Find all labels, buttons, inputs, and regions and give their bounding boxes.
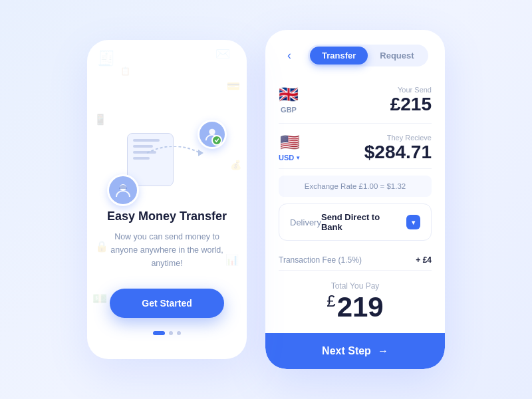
send-currency-section: 🇬🇧 GBP Your Send £215 xyxy=(279,76,432,124)
next-step-button[interactable]: Next Step → xyxy=(265,333,445,369)
next-step-arrow: → xyxy=(378,345,388,357)
gbp-flag: 🇬🇧 xyxy=(279,85,299,104)
send-amount: £215 xyxy=(307,95,432,114)
right-phone-card: ‹ Transfer Request 🇬🇧 GBP Your Send £215 xyxy=(265,30,445,369)
tab-group: Transfer Request xyxy=(308,45,428,66)
tab-transfer[interactable]: Transfer xyxy=(310,47,368,65)
receive-amount-group: They Recieve $284.71 xyxy=(309,134,432,162)
dot-1[interactable] xyxy=(153,331,165,335)
pagination-dots xyxy=(153,331,181,335)
dot-3[interactable] xyxy=(177,331,181,335)
sender-avatar xyxy=(107,174,139,206)
left-phone-card: 🧾 ✉️ 💳 📱 💰 🔒 📊 💵 ⚙️ 📋 xyxy=(87,40,247,359)
fee-row: Transaction Fee (1.5%) + £4 xyxy=(279,250,432,271)
fee-label: Transaction Fee (1.5%) xyxy=(279,255,362,265)
delivery-label: Delivery xyxy=(290,217,321,227)
total-currency-symbol: £ xyxy=(327,292,335,310)
send-label: Your Send xyxy=(307,86,432,94)
check-badge xyxy=(211,135,222,146)
receive-currency-row: 🇺🇸 USD ▼ They Recieve $284.71 xyxy=(279,133,432,162)
dashed-arrow xyxy=(140,146,207,160)
total-label: Total You Pay xyxy=(279,281,432,291)
transfer-illustration xyxy=(107,106,227,213)
right-body: 🇬🇧 GBP Your Send £215 🇺🇸 USD xyxy=(265,76,445,333)
left-subtitle: Now you can send money to anyone anywher… xyxy=(103,230,231,270)
right-header: ‹ Transfer Request xyxy=(265,30,445,76)
receive-currency-section: 🇺🇸 USD ▼ They Recieve $284.71 xyxy=(279,124,432,169)
gbp-code: GBP xyxy=(281,106,297,114)
send-flag-box: 🇬🇧 GBP xyxy=(279,85,299,114)
svg-marker-0 xyxy=(198,150,203,156)
left-card-content: Easy Money Transfer Now you can send mon… xyxy=(87,209,247,318)
dot-2[interactable] xyxy=(169,331,173,335)
receive-flag-box: 🇺🇸 USD ▼ xyxy=(279,133,301,162)
left-title: Easy Money Transfer xyxy=(103,209,231,223)
exchange-rate-bar: Exchange Rate £1.00 = $1.32 xyxy=(279,176,432,197)
tab-request[interactable]: Request xyxy=(368,47,426,65)
send-currency-row: 🇬🇧 GBP Your Send £215 xyxy=(279,85,432,114)
total-value: £219 xyxy=(279,293,432,321)
delivery-row[interactable]: Delivery Send Direct to Bank ▾ xyxy=(279,203,432,241)
next-step-label: Next Step xyxy=(322,345,371,357)
receive-amount: $284.71 xyxy=(309,143,432,162)
dropdown-arrow[interactable]: ▾ xyxy=(406,215,420,229)
receive-label: They Recieve xyxy=(309,134,432,142)
delivery-value: Send Direct to Bank ▾ xyxy=(321,212,420,232)
usd-flag: 🇺🇸 xyxy=(280,133,300,152)
back-button[interactable]: ‹ xyxy=(279,45,300,66)
usd-code[interactable]: USD ▼ xyxy=(279,154,301,162)
send-amount-group: Your Send £215 xyxy=(307,86,432,114)
get-started-button[interactable]: Get Started xyxy=(110,289,223,318)
fee-amount: + £4 xyxy=(416,255,432,265)
total-section: Total You Pay £219 xyxy=(279,279,432,328)
recipient-avatar xyxy=(198,120,227,149)
svg-point-3 xyxy=(209,129,215,135)
